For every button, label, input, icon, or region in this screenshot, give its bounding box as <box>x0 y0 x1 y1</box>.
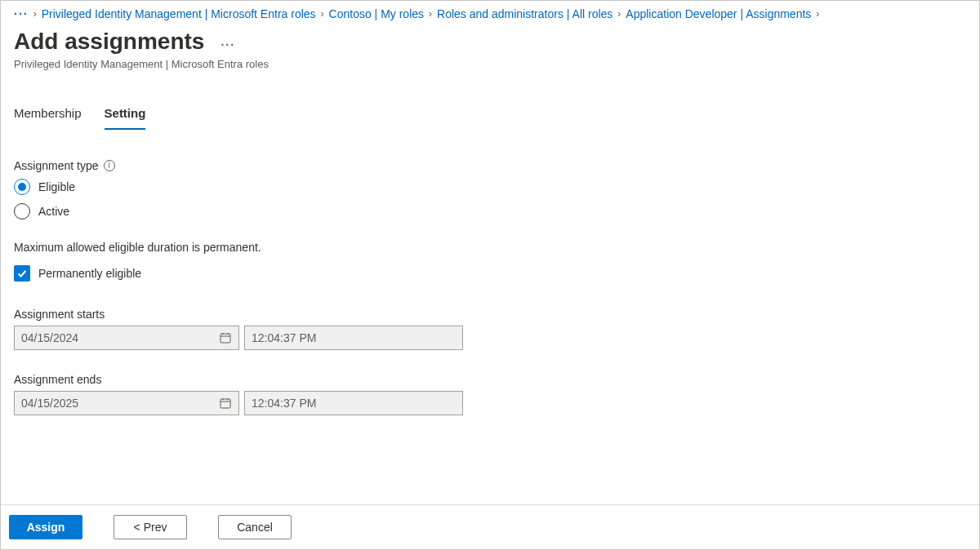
permanently-eligible-checkbox[interactable]: Permanently eligible <box>14 265 966 282</box>
cancel-button[interactable]: Cancel <box>218 515 292 539</box>
end-date-value: 04/15/2025 <box>21 397 78 410</box>
assignment-starts-label: Assignment starts <box>14 308 966 321</box>
radio-eligible[interactable]: Eligible <box>14 179 966 195</box>
breadcrumb-item-appdev[interactable]: Application Developer | Assignments <box>626 7 811 20</box>
start-time-value: 12:04:37 PM <box>252 331 316 344</box>
breadcrumb-item-contoso[interactable]: Contoso | My roles <box>329 7 424 20</box>
start-time-input[interactable]: 12:04:37 PM <box>244 326 463 350</box>
radio-active-label: Active <box>38 205 69 218</box>
chevron-right-icon: › <box>33 8 37 20</box>
tab-setting[interactable]: Setting <box>105 101 146 130</box>
assignment-type-radiogroup: Eligible Active <box>14 179 966 220</box>
footer: Assign < Prev Cancel <box>1 504 979 549</box>
radio-icon <box>14 179 30 195</box>
chevron-right-icon: › <box>321 8 324 20</box>
breadcrumb-overflow[interactable]: ··· <box>14 8 29 20</box>
radio-eligible-label: Eligible <box>38 180 75 193</box>
tab-membership[interactable]: Membership <box>14 101 82 130</box>
prev-button[interactable]: < Prev <box>114 515 187 539</box>
calendar-icon <box>219 331 232 344</box>
chevron-right-icon: › <box>429 8 432 20</box>
breadcrumb-item-pim[interactable]: Privileged Identity Management | Microso… <box>42 7 316 20</box>
more-actions-icon[interactable]: ··· <box>220 39 235 52</box>
end-date-input[interactable]: 04/15/2025 <box>14 391 239 415</box>
tabs: Membership Setting <box>1 101 979 130</box>
start-date-value: 04/15/2024 <box>21 331 78 344</box>
start-date-input[interactable]: 04/15/2024 <box>14 326 239 350</box>
radio-active[interactable]: Active <box>14 203 966 220</box>
checkbox-checked-icon <box>14 265 30 282</box>
svg-rect-0 <box>220 334 230 343</box>
info-icon[interactable]: i <box>104 160 115 171</box>
end-time-value: 12:04:37 PM <box>252 397 316 410</box>
svg-rect-1 <box>220 399 230 408</box>
radio-icon <box>14 203 30 220</box>
permanently-eligible-label: Permanently eligible <box>38 267 141 280</box>
end-time-input[interactable]: 12:04:37 PM <box>244 391 463 415</box>
assign-button[interactable]: Assign <box>9 515 82 539</box>
assignment-type-label: Assignment type <box>14 159 99 172</box>
assignment-ends-label: Assignment ends <box>14 373 966 386</box>
chevron-right-icon: › <box>617 8 621 20</box>
page-title: Add assignments <box>14 29 204 55</box>
page-subtitle: Privileged Identity Management | Microso… <box>14 58 966 70</box>
breadcrumb-item-roles[interactable]: Roles and administrators | All roles <box>437 7 612 20</box>
breadcrumb: ··· › Privileged Identity Management | M… <box>1 1 979 24</box>
chevron-right-icon: › <box>816 8 819 20</box>
duration-note: Maximum allowed eligible duration is per… <box>14 241 966 254</box>
calendar-icon <box>219 397 232 410</box>
